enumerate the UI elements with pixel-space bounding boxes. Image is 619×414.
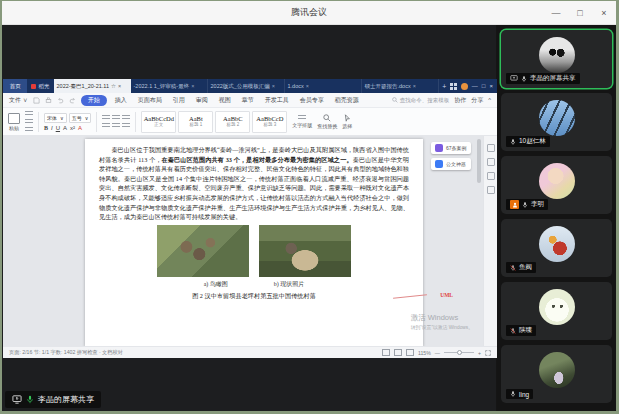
indent-icon[interactable] [122, 115, 130, 121]
format-painter-icon[interactable] [25, 127, 33, 133]
outline-icon[interactable] [487, 186, 495, 194]
paste-button[interactable]: 粘贴 [8, 113, 20, 131]
find-replace-tool[interactable]: 查找替换 [317, 114, 337, 129]
wps-minimize-icon[interactable]: — [472, 83, 478, 89]
align-left-icon[interactable] [102, 123, 110, 129]
mic-muted-icon [510, 264, 516, 272]
cursor-icon [343, 114, 351, 122]
style-heading2[interactable]: AaBbC 标题 2 [215, 111, 250, 133]
tab-close-icon[interactable]: × [191, 83, 194, 89]
zoom-slider-knob[interactable] [457, 350, 462, 355]
align-center-icon[interactable] [112, 123, 120, 129]
wps-close-icon[interactable]: × [489, 83, 493, 89]
tab-close-icon[interactable]: × [306, 83, 309, 89]
share-button[interactable]: 分享 [471, 96, 483, 105]
edit-icon[interactable] [487, 158, 495, 166]
workspace-grid-icon[interactable] [450, 83, 457, 90]
style-heading1[interactable]: AaBt 标题 1 [178, 111, 213, 133]
participant-tile[interactable]: 10赵仁林 [501, 93, 612, 151]
font-size-select[interactable]: 五号∨ [69, 113, 92, 123]
ribbon-tab-view[interactable]: 视图 [216, 95, 234, 106]
star-icon[interactable]: ☆ [111, 83, 116, 89]
document-area[interactable]: 秦巴山区位于我国重要南北地理分界线“秦岭—淮河线”上，是秦岭大巴山及其附属区域，… [3, 136, 497, 346]
ribbon-tab-developer[interactable]: 开发工具 [262, 95, 292, 106]
meeting-body: 首页 稻壳 2022-秦巴1_20-21.11 ☆ × -2022.1 1_评审… [2, 25, 616, 411]
collab-button[interactable]: 协作 [454, 96, 466, 105]
comment-icon[interactable] [487, 144, 495, 152]
ribbon-tab-docer-resources[interactable]: 稻壳资源 [332, 95, 362, 106]
zoom-out-button[interactable]: — [435, 350, 440, 356]
wps-restore-icon[interactable]: □ [482, 83, 486, 89]
figure-title: 图 2 汉中市留坝县老坪村第五批中国传统村落 UML [99, 292, 409, 301]
close-button[interactable]: × [592, 1, 616, 24]
ribbon-tab-section[interactable]: 章节 [239, 95, 257, 106]
bold-button[interactable]: B [44, 125, 48, 131]
bookmark-icon[interactable] [487, 172, 495, 180]
mic-icon [510, 138, 516, 146]
cut-icon[interactable] [25, 111, 33, 117]
font-name-select[interactable]: 宋体∨ [44, 113, 67, 123]
web-view-icon[interactable] [406, 349, 414, 356]
print-icon[interactable] [45, 97, 52, 104]
text-layout-tool[interactable]: 文字排版 [292, 115, 312, 128]
ribbon-tab-member[interactable]: 会员专享 [297, 95, 327, 106]
underline-button[interactable]: U [56, 125, 60, 131]
superscript-button[interactable]: x² [70, 125, 75, 131]
annotation-leader-line [393, 294, 427, 299]
font-color-button[interactable]: A [78, 125, 82, 131]
maximize-button[interactable]: □ [568, 1, 592, 24]
tab-label: -2022.1 1_评审稿-最终 [134, 83, 190, 90]
outline-view-icon[interactable] [394, 349, 402, 356]
vertical-scrollbar[interactable] [477, 139, 481, 183]
ribbon-tab-page-layout[interactable]: 页面布局 [135, 95, 165, 106]
undo-icon[interactable] [57, 97, 64, 104]
wps-docer-tab[interactable]: 稻壳 [27, 79, 53, 93]
docer-icon [31, 84, 36, 89]
zoom-in-button[interactable]: + [478, 350, 481, 356]
copy-icon[interactable] [25, 119, 33, 125]
document-tab[interactable]: 1.docx × [285, 79, 362, 93]
tab-close-icon[interactable]: × [413, 83, 416, 89]
fullscreen-icon[interactable] [485, 350, 491, 356]
participant-tile-host[interactable]: 李明 [501, 156, 612, 214]
wps-account-avatar[interactable] [461, 83, 468, 90]
document-tab[interactable]: -2022.1 1_评审稿-最终 × [131, 79, 208, 93]
ribbon-tab-insert[interactable]: 插入 [112, 95, 130, 106]
numbered-list-icon[interactable] [112, 115, 120, 121]
file-menu[interactable]: 文件 ∨ [9, 96, 28, 105]
participant-tile-sharer[interactable]: 李晶的屏幕共享 [501, 30, 612, 88]
status-left: 页面: 2/16 节: 1/1 字数: 1402 拼写检查 · 文档校对 [9, 349, 123, 356]
new-tab-button[interactable]: + [439, 79, 450, 93]
save-icon[interactable] [33, 97, 40, 104]
style-normal[interactable]: AaBbCcDd 正文 [141, 111, 176, 133]
italic-button[interactable]: I [51, 125, 53, 131]
participant-tile[interactable]: ling [501, 345, 612, 403]
participant-tile[interactable]: 鱼阀 [501, 219, 612, 277]
document-page[interactable]: 秦巴山区位于我国重要南北地理分界线“秦岭—淮河线”上，是秦岭大巴山及其附属区域，… [85, 139, 423, 346]
participant-tile[interactable]: 陕臻 [501, 282, 612, 340]
redo-icon[interactable] [69, 97, 76, 104]
docer-label: 稻壳 [38, 83, 49, 90]
document-tab-active[interactable]: 2022-秦巴1_20-21.11 ☆ × [54, 79, 131, 93]
tab-close-icon[interactable]: × [272, 83, 275, 89]
command-search[interactable]: 查找命令、搜索模板 [392, 97, 450, 104]
ribbon-tab-review[interactable]: 审阅 [193, 95, 211, 106]
minimize-button[interactable]: — [544, 1, 568, 24]
collapse-ribbon-icon[interactable]: ^ [488, 97, 491, 103]
zoom-slider[interactable] [444, 352, 474, 353]
document-tab[interactable]: 2022版式_公用模板汇编 × [208, 79, 285, 93]
ribbon-tab-home[interactable]: 开始 [81, 95, 107, 106]
strike-button[interactable]: A [63, 125, 67, 131]
zoom-level[interactable]: 115% [418, 350, 431, 356]
bullet-list-icon[interactable] [102, 115, 110, 121]
page-view-icon[interactable] [382, 349, 390, 356]
wps-home-tab[interactable]: 首页 [3, 79, 27, 93]
style-heading3[interactable]: AaBbCcD 标题 3 [252, 111, 287, 133]
select-tool[interactable]: 选择 [342, 114, 352, 129]
ribbon-tab-references[interactable]: 引用 [170, 95, 188, 106]
tab-close-icon[interactable]: × [118, 83, 121, 89]
document-tab[interactable]: 硕士开题报告.docx × [362, 79, 439, 93]
line-spacing-icon[interactable] [122, 123, 130, 129]
cases-card[interactable]: 67条案例 [431, 142, 471, 154]
doctool-card[interactable]: 公文神器 [431, 158, 471, 170]
